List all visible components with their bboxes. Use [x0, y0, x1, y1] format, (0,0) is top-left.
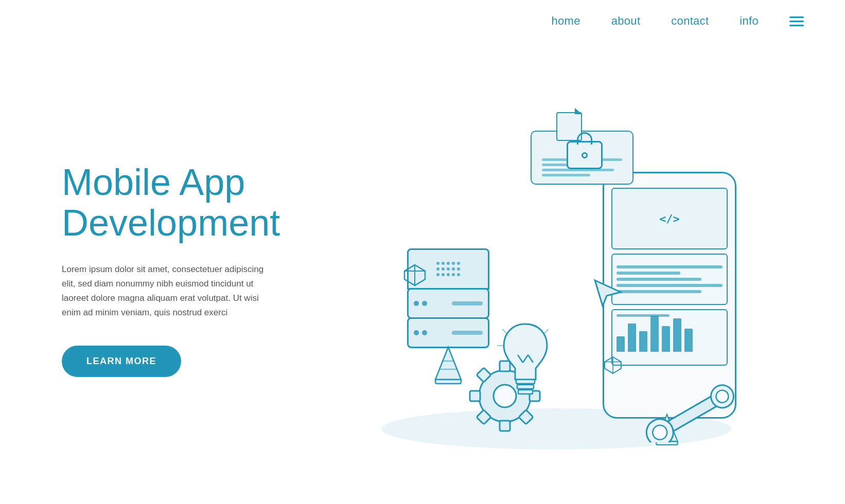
svg-marker-38: [595, 280, 621, 306]
svg-line-24: [543, 329, 549, 334]
server-led-4: [422, 330, 427, 335]
chart-bar: [617, 336, 625, 352]
arrow-icon-wrapper: [592, 278, 623, 311]
chart-top-line: [617, 314, 670, 317]
learn-more-button[interactable]: LEARN MORE: [62, 346, 181, 377]
code-line-4: [542, 174, 590, 176]
nav-contact[interactable]: contact: [671, 14, 709, 28]
wrench-icon: [644, 381, 747, 442]
phone-line-4: [617, 284, 723, 287]
hero-title: Mobile App Development: [62, 162, 319, 243]
svg-rect-21: [518, 390, 533, 394]
code-tag: </>: [659, 212, 680, 225]
lock-shackle: [577, 132, 592, 145]
hamburger-menu-icon[interactable]: [789, 16, 804, 26]
server-unit-bottom: [407, 317, 489, 348]
chart-bar: [650, 316, 659, 352]
hero-description: Lorem ipsum dolor sit amet, consectetuer…: [62, 262, 278, 320]
lock-icon: [567, 141, 603, 169]
header: home about contact info: [0, 0, 845, 38]
chart-bar: [673, 318, 681, 352]
chart-bar: [662, 326, 670, 352]
chart-bar: [639, 331, 647, 352]
chart-bar: [684, 329, 693, 352]
svg-rect-9: [500, 421, 510, 431]
lock-icon-wrapper: [567, 100, 603, 169]
main-nav: home about contact info: [552, 14, 804, 28]
phone-line-3: [617, 278, 701, 281]
cone-icon: [433, 345, 464, 386]
wrench-icon-wrapper: [644, 381, 747, 444]
server-slot-2: [452, 331, 483, 335]
svg-marker-25: [435, 347, 461, 380]
lock-body-hole: [582, 152, 588, 158]
svg-rect-26: [435, 380, 461, 384]
lightbulb-icon-wrapper: [495, 319, 556, 403]
chart-bars: [617, 321, 723, 352]
server-led-2: [422, 301, 427, 306]
arrow-icon: [592, 278, 623, 309]
hero-illustration: </>: [319, 69, 794, 460]
svg-rect-10: [470, 391, 480, 401]
cone-icon-wrapper: [433, 345, 464, 388]
phone-screen: </>: [611, 188, 728, 403]
phone-chart-panel: [611, 309, 728, 366]
illustration-container: </>: [345, 100, 767, 460]
svg-rect-20: [517, 385, 534, 389]
cube-icon-small: [402, 262, 428, 288]
phone-line-5: [617, 290, 701, 293]
server-led-1: [414, 301, 419, 306]
phone-code-panel: </>: [611, 188, 728, 249]
svg-line-22: [502, 329, 507, 334]
cube-small-topleft: [402, 262, 428, 290]
hero-left: Mobile App Development Lorem ipsum dolor…: [62, 152, 319, 377]
phone-line-2: [617, 272, 680, 275]
server-slot-1: [452, 301, 483, 305]
svg-rect-19: [516, 380, 535, 384]
cube-small-bottomright: [603, 355, 623, 377]
server-unit-middle: [407, 288, 489, 319]
phone-line-1: [617, 265, 723, 268]
server-led-3: [414, 330, 419, 335]
chart-bar: [628, 323, 636, 352]
phone-lines-panel: [611, 254, 728, 305]
main-content: Mobile App Development Lorem ipsum dolor…: [0, 38, 845, 460]
lightbulb-icon: [495, 319, 556, 401]
nav-home[interactable]: home: [552, 14, 580, 28]
cube-icon-small2: [603, 355, 623, 375]
nav-about[interactable]: about: [611, 14, 641, 28]
nav-info[interactable]: info: [740, 14, 759, 28]
